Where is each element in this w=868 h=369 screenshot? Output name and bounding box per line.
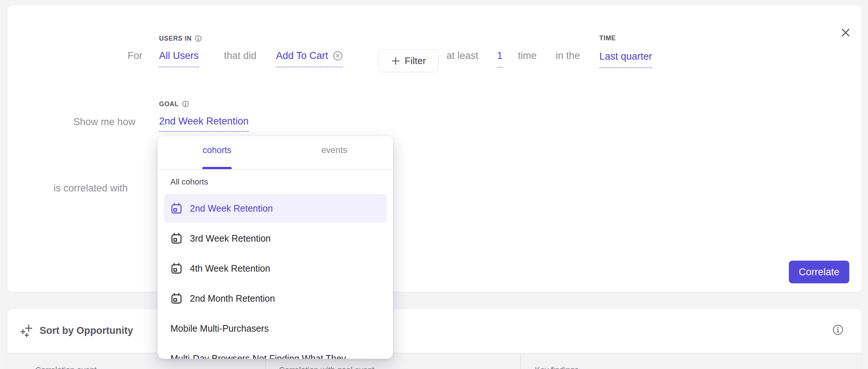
info-icon[interactable] [195,35,202,42]
dropdown-item-label: 2nd Week Retention [190,203,273,214]
dropdown-item-label: 3rd Week Retention [190,233,271,244]
time-label: TIME [599,35,616,41]
dropdown-item-label: Multi-Day Browsers Not Finding What They [170,353,346,359]
tab-cohorts[interactable]: cohorts [203,145,232,156]
column-divider [520,353,521,369]
divider [158,169,393,170]
column-header-correlation-event: Correlation event [35,365,97,369]
query-builder-card: For USERS IN All Users that did Add To C… [7,5,862,292]
goal-selector[interactable]: 2nd Week Retention [159,116,249,132]
time-word: time [518,50,537,61]
calendar-icon [170,262,183,275]
plus-icon [391,57,400,65]
in-the-text: in the [556,50,580,61]
remove-event-icon[interactable] [333,51,343,61]
column-header-key-findings: Key findings [535,365,579,369]
users-in-label: USERS IN [159,35,202,42]
sort-label: Sort by Opportunity [40,325,133,336]
goal-label: GOAL [159,100,189,108]
dropdown-item[interactable]: Mobile Multi-Purchasers [164,314,387,343]
dropdown-item[interactable]: 2nd Week Retention [164,194,387,223]
tab-events[interactable]: events [321,145,347,156]
sort-by-opportunity[interactable]: Sort by Opportunity [20,324,133,338]
dropdown-item[interactable]: 4th Week Retention [164,254,387,283]
at-least-text: at least [446,50,478,61]
sort-sparkle-icon [20,324,34,338]
row1-prefix: For [128,50,143,61]
close-icon[interactable] [840,27,851,38]
table-header-row: Correlation event Correlation with goal … [7,353,862,369]
time-range-selector[interactable]: Last quarter [599,51,652,68]
goal-dropdown-panel: cohorts events All cohorts 2nd Week Rete… [158,136,393,359]
info-icon[interactable] [182,100,189,108]
add-filter-button[interactable]: Filter [379,49,439,72]
row2-prefix: Show me how [73,116,136,127]
calendar-icon [170,202,183,215]
column-header-correlation-with-goal: Correlation with goal event [279,365,374,369]
dropdown-item-label: Mobile Multi-Purchasers [170,323,269,334]
info-icon[interactable] [832,324,844,336]
dropdown-item[interactable]: 2nd Month Retention [164,284,387,313]
dropdown-item[interactable]: Multi-Day Browsers Not Finding What They [164,344,387,359]
users-selector[interactable]: All Users [159,50,199,67]
cohorts-section-label: All cohorts [170,177,208,187]
calendar-icon [170,292,183,305]
dropdown-item[interactable]: 3rd Week Retention [164,224,387,253]
count-selector[interactable]: 1 [497,50,503,68]
event-selector[interactable]: Add To Cart [276,50,343,67]
results-card: Sort by Opportunity Correlation event Co… [7,309,862,369]
correlate-button[interactable]: Correlate [789,261,849,283]
that-did-text: that did [224,50,257,61]
row3-prefix: is correlated with [54,183,128,194]
calendar-icon [170,232,183,245]
dropdown-item-label: 4th Week Retention [190,263,270,274]
dropdown-item-label: 2nd Month Retention [190,293,275,304]
